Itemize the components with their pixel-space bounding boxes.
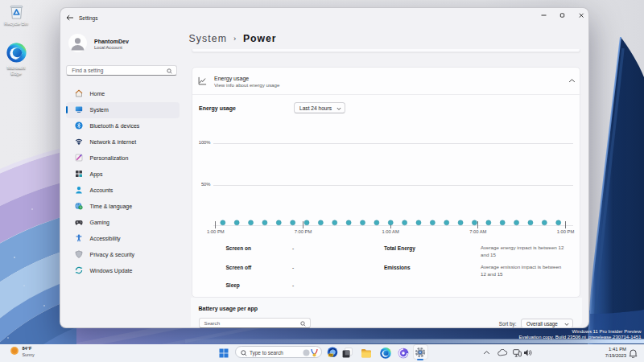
svg-text:FRI: FRI [328, 354, 332, 357]
